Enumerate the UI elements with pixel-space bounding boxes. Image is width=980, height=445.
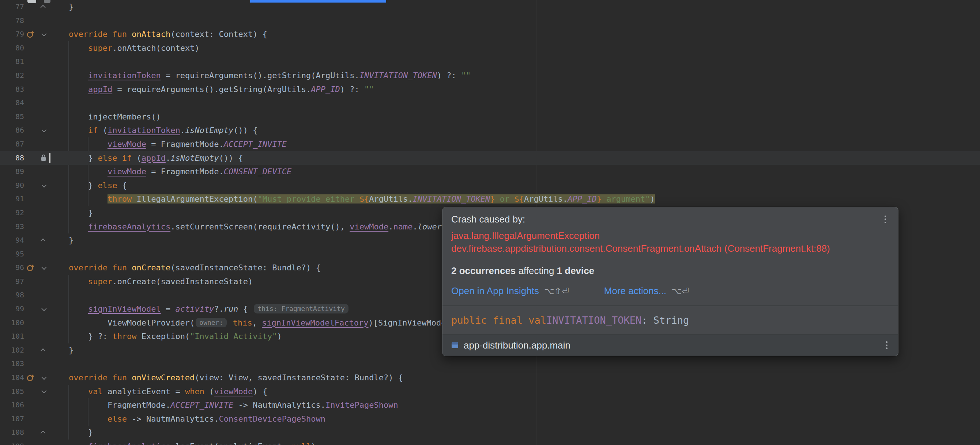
open-app-insights-link[interactable]: Open in App Insights	[451, 285, 539, 297]
fold-up-icon[interactable]	[37, 426, 49, 440]
code-text[interactable]: }	[49, 0, 980, 14]
code-text[interactable]: override fun onViewCreated(view: View, s…	[49, 371, 980, 385]
fold-down-icon[interactable]	[37, 371, 49, 385]
line-number[interactable]: 95	[0, 247, 24, 261]
line-number[interactable]: 108	[0, 426, 24, 440]
code-line[interactable]: 78	[0, 14, 980, 28]
line-number[interactable]: 88	[0, 151, 24, 165]
line-number[interactable]: 103	[0, 357, 24, 371]
code-text[interactable]: invitationToken = requireArguments().get…	[49, 69, 980, 82]
code-text[interactable]: appId = requireArguments().getString(Arg…	[49, 82, 980, 97]
code-line[interactable]: 109 firebaseAnalytics.logEvent(analyticE…	[0, 440, 980, 445]
code-text[interactable]: }	[49, 426, 980, 440]
fold-down-icon[interactable]	[37, 385, 49, 399]
line-number[interactable]: 105	[0, 385, 24, 399]
code-text[interactable]: else -> NautmAnalytics.ConsentDevicePage…	[49, 412, 980, 426]
line-number[interactable]: 94	[0, 233, 24, 247]
code-line[interactable]: 90 } else {	[0, 179, 980, 193]
gutter-spacer	[24, 412, 37, 426]
fold-down-icon[interactable]	[37, 27, 49, 41]
line-number[interactable]: 100	[0, 316, 24, 330]
code-line[interactable]: 86 if (invitationToken.isNotEmpty()) {	[0, 124, 980, 137]
code-line[interactable]: 107 else -> NautmAnalytics.ConsentDevice…	[0, 412, 980, 426]
code-line[interactable]: 82 invitationToken = requireArguments().…	[0, 69, 980, 82]
code-text[interactable]: } else {	[49, 179, 980, 193]
line-number[interactable]: 97	[0, 275, 24, 289]
line-number[interactable]: 98	[0, 288, 24, 302]
line-number[interactable]: 93	[0, 220, 24, 234]
code-text[interactable]	[49, 55, 980, 69]
fold-down-icon[interactable]	[37, 302, 49, 316]
code-text[interactable]: viewMode = FragmentMode.ACCEPT_INVITE	[49, 137, 980, 151]
line-number[interactable]: 89	[0, 165, 24, 179]
code-line[interactable]: 105 val analyticEvent = when (viewMode) …	[0, 385, 980, 399]
code-line[interactable]: 87 viewMode = FragmentMode.ACCEPT_INVITE	[0, 137, 980, 151]
code-line[interactable]: 83 appId = requireArguments().getString(…	[0, 82, 980, 97]
line-number[interactable]: 83	[0, 82, 24, 97]
code-text[interactable]: throw IllegalArgumentException("Must pro…	[49, 192, 980, 206]
code-text[interactable]: override fun onAttach(context: Context) …	[49, 27, 980, 41]
code-text[interactable]: if (invitationToken.isNotEmpty()) {	[49, 124, 980, 137]
line-number[interactable]: 79	[0, 27, 24, 41]
line-number[interactable]: 109	[0, 440, 24, 445]
line-number[interactable]: 77	[0, 0, 24, 14]
code-line[interactable]: 79 override fun onAttach(context: Contex…	[0, 27, 980, 41]
line-number[interactable]: 106	[0, 398, 24, 412]
kebab-menu-icon[interactable]	[880, 214, 891, 225]
code-line[interactable]: 77 }	[0, 0, 980, 14]
fold-down-icon[interactable]	[37, 261, 49, 275]
fold-up-icon[interactable]	[37, 344, 49, 357]
code-text[interactable]: viewMode = FragmentMode.CONSENT_DEVICE	[49, 165, 980, 179]
line-number[interactable]: 99	[0, 302, 24, 316]
module-bar: app-distribution.app.main	[442, 334, 898, 356]
code-line[interactable]: 106 FragmentMode.ACCEPT_INVITE -> NautmA…	[0, 398, 980, 412]
fold-up-icon[interactable]	[37, 233, 49, 247]
code-line[interactable]: 89 viewMode = FragmentMode.CONSENT_DEVIC…	[0, 165, 980, 179]
fold-gutter	[37, 192, 49, 206]
line-number[interactable]: 101	[0, 329, 24, 344]
code-text[interactable]: val analyticEvent = when (viewMode) {	[49, 385, 980, 399]
override-method-icon[interactable]	[24, 27, 37, 41]
more-actions-link[interactable]: More actions...	[604, 285, 667, 297]
override-method-icon[interactable]	[24, 261, 37, 275]
gutter-spacer	[24, 165, 37, 179]
line-number[interactable]: 80	[0, 41, 24, 55]
code-line[interactable]: 88 } else if (appId.isNotEmpty()) {	[0, 151, 980, 165]
line-number[interactable]: 78	[0, 14, 24, 28]
kebab-menu-icon-bottom[interactable]	[881, 340, 892, 351]
line-number[interactable]: 90	[0, 179, 24, 193]
line-number[interactable]: 86	[0, 124, 24, 137]
code-text[interactable]	[49, 14, 980, 28]
code-text[interactable]: injectMembers()	[49, 110, 980, 124]
line-number[interactable]: 87	[0, 137, 24, 151]
line-number[interactable]: 81	[0, 55, 24, 69]
line-number[interactable]: 92	[0, 206, 24, 220]
code-text[interactable]: } else if (appId.isNotEmpty()) {	[49, 151, 980, 165]
code-line[interactable]: 85 injectMembers()	[0, 110, 980, 124]
code-line[interactable]: 80 super.onAttach(context)	[0, 41, 980, 55]
code-line[interactable]: 81	[0, 55, 980, 69]
code-line[interactable]: 84	[0, 96, 980, 110]
code-text[interactable]: firebaseAnalytics.logEvent(analyticEvent…	[49, 440, 980, 445]
crash-section: Crash caused by: java.lang.IllegalArgume…	[442, 207, 898, 306]
code-text[interactable]: super.onAttach(context)	[49, 41, 980, 55]
code-line[interactable]: 103	[0, 357, 980, 371]
line-number[interactable]: 107	[0, 412, 24, 426]
override-method-icon[interactable]	[24, 371, 37, 385]
line-number[interactable]: 85	[0, 110, 24, 124]
line-number[interactable]: 104	[0, 371, 24, 385]
line-number[interactable]: 102	[0, 344, 24, 357]
code-line[interactable]: 91 throw IllegalArgumentException("Must …	[0, 192, 980, 206]
code-text[interactable]	[49, 96, 980, 110]
code-text[interactable]: FragmentMode.ACCEPT_INVITE -> NautmAnaly…	[49, 398, 980, 412]
line-number[interactable]: 91	[0, 192, 24, 206]
fold-down-icon[interactable]	[37, 179, 49, 193]
line-number[interactable]: 96	[0, 261, 24, 275]
line-number[interactable]: 82	[0, 69, 24, 82]
fold-gutter	[37, 247, 49, 261]
fold-down-icon[interactable]	[37, 124, 49, 137]
line-number[interactable]: 84	[0, 96, 24, 110]
code-text[interactable]	[49, 357, 980, 371]
code-line[interactable]: 108 }	[0, 426, 980, 440]
code-line[interactable]: 104 override fun onViewCreated(view: Vie…	[0, 371, 980, 385]
